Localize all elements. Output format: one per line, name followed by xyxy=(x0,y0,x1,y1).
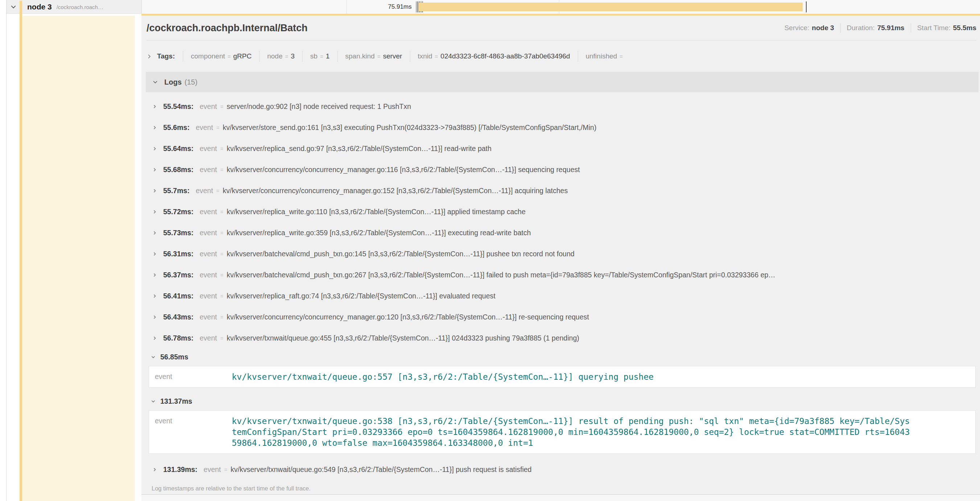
chevron-right-icon xyxy=(152,336,157,340)
log-row[interactable]: 55.73ms: event = kv/kvserver/replica_wri… xyxy=(146,222,978,243)
log-end-tick xyxy=(806,2,807,12)
logs-count: (15) xyxy=(185,78,198,86)
log-row[interactable]: 55.6ms: event = kv/kvserver/store_send.g… xyxy=(146,117,978,138)
equals-sign: = xyxy=(216,124,220,131)
log-message: kv/kvserver/batcheval/cmd_push_txn.go:26… xyxy=(227,271,775,279)
log-message: kv/kvserver/concurrency/concurrency_mana… xyxy=(227,313,589,321)
tag-value: 1 xyxy=(326,52,330,60)
tag-key: unfinished xyxy=(586,52,617,60)
log-timestamp: 131.39ms: xyxy=(163,466,197,474)
log-message: kv/kvserver/replica_write.go:110 [n3,s3,… xyxy=(227,207,525,216)
chevron-down-icon xyxy=(152,79,158,85)
log-message: kv/kvserver/batcheval/cmd_push_txn.go:14… xyxy=(227,250,574,258)
log-timestamp: 55.6ms: xyxy=(163,123,190,132)
timeline-gridline xyxy=(346,0,347,14)
log-row-expanded-toggle[interactable]: 56.85ms xyxy=(146,348,978,365)
span-duration-bar[interactable] xyxy=(418,3,803,11)
span-name-cell[interactable]: node 3 /cockroach.roach… xyxy=(6,0,142,14)
logs-title: Logs xyxy=(164,78,182,86)
log-row[interactable]: 55.7ms: event = kv/kvserver/concurrency/… xyxy=(146,180,978,201)
span-detail-panel: /cockroach.roachpb.Internal/Batch Servic… xyxy=(142,16,980,495)
log-timestamp: 56.78ms: xyxy=(163,334,193,342)
log-key: event xyxy=(199,166,217,174)
span-timeline-row[interactable]: 75.91ms xyxy=(142,0,980,14)
log-message: kv/kvserver/replica_send.go:97 [n3,s3,r6… xyxy=(227,145,492,153)
tags-toggle[interactable]: Tags: component = gRPC node = 3 sb = 1 s… xyxy=(146,41,980,72)
equals-sign: = xyxy=(220,167,223,173)
span-color-stripe xyxy=(19,1,22,501)
log-row[interactable]: 55.64ms: event = kv/kvserver/replica_sen… xyxy=(146,138,978,159)
logs-footer-note: Log timestamps are relative to the start… xyxy=(146,480,978,492)
tag-key: component xyxy=(191,52,225,60)
log-row[interactable]: 56.43ms: event = kv/kvserver/concurrency… xyxy=(146,306,978,327)
start-time-value: 55.5ms xyxy=(953,24,976,32)
chevron-right-icon xyxy=(152,104,157,109)
equals-sign: = xyxy=(285,53,288,59)
log-field-key: event xyxy=(155,416,232,448)
equals-sign: = xyxy=(220,272,223,278)
chevron-right-icon xyxy=(152,146,157,151)
log-message: kv/kvserver/txnwait/queue.go:549 [n3,s3,… xyxy=(231,466,532,474)
log-key: event xyxy=(199,271,217,279)
log-key: event xyxy=(199,292,217,300)
chevron-right-icon xyxy=(152,168,157,172)
chevron-down-icon xyxy=(151,355,156,359)
chevron-right-icon xyxy=(152,273,157,278)
equals-sign: = xyxy=(216,188,220,194)
log-row[interactable]: 55.54ms: event = server/node.go:902 [n3]… xyxy=(146,96,978,117)
span-service-name: node 3 xyxy=(27,3,52,11)
log-message: kv/kvserver/txnwait/queue.go:455 [n3,s3,… xyxy=(227,334,579,342)
logs-toggle[interactable]: Logs (15) xyxy=(146,72,978,92)
equals-sign: = xyxy=(220,104,223,110)
log-message: kv/kvserver/concurrency/concurrency_mana… xyxy=(223,187,568,195)
log-key: event xyxy=(196,187,213,195)
span-meta: Service: node 3 Duration: 75.91ms Start … xyxy=(784,23,976,33)
chevron-right-icon xyxy=(152,209,157,214)
log-list: 55.54ms: event = server/node.go:902 [n3]… xyxy=(146,92,978,492)
tag-value: 3 xyxy=(291,52,295,60)
tags-label: Tags: xyxy=(157,52,175,60)
log-key: event xyxy=(199,102,217,111)
chevron-right-icon xyxy=(152,252,157,256)
tag-value: server xyxy=(383,52,402,60)
log-timestamp: 131.37ms xyxy=(160,397,192,405)
log-row[interactable]: 56.31ms: event = kv/kvserver/batcheval/c… xyxy=(146,243,978,264)
log-timestamp: 55.64ms: xyxy=(163,145,193,153)
log-row[interactable]: 56.78ms: event = kv/kvserver/txnwait/que… xyxy=(146,327,978,348)
log-row[interactable]: 55.72ms: event = kv/kvserver/replica_wri… xyxy=(146,201,978,222)
log-message: kv/kvserver/concurrency/concurrency_mana… xyxy=(227,166,580,174)
log-key: event xyxy=(199,207,217,216)
tag-item: component = gRPC xyxy=(183,51,259,62)
chevron-right-icon xyxy=(152,294,157,298)
chevron-down-icon[interactable] xyxy=(10,4,17,10)
chevron-right-icon xyxy=(152,467,157,472)
log-row[interactable]: 131.39ms: event = kv/kvserver/txnwait/qu… xyxy=(146,459,978,480)
log-row[interactable]: 56.37ms: event = kv/kvserver/batcheval/c… xyxy=(146,264,978,286)
equals-sign: = xyxy=(619,53,623,59)
equals-sign: = xyxy=(220,209,223,215)
chevron-right-icon xyxy=(152,315,157,319)
log-key: event xyxy=(199,250,217,258)
log-row[interactable]: 56.41ms: event = kv/kvserver/replica_raf… xyxy=(146,286,978,306)
service-label: Service: xyxy=(784,24,810,32)
tag-item: unfinished = xyxy=(578,51,633,62)
tag-key: node xyxy=(267,52,283,60)
log-row-expanded-toggle[interactable]: 131.37ms xyxy=(146,393,978,410)
log-timestamp: 55.73ms: xyxy=(163,229,193,237)
tag-item: sb = 1 xyxy=(302,51,337,62)
log-message: kv/kvserver/replica_raft.go:74 [n3,s3,r6… xyxy=(227,292,495,300)
log-event-detail: event kv/kvserver/txnwait/queue.go:557 [… xyxy=(149,366,976,388)
equals-sign: = xyxy=(320,53,323,59)
logs-section: Logs (15) 55.54ms: event = server/node.g… xyxy=(146,72,978,492)
log-row[interactable]: 55.68ms: event = kv/kvserver/concurrency… xyxy=(146,159,978,180)
log-key: event xyxy=(199,229,217,237)
service-value: node 3 xyxy=(812,24,834,32)
log-key: event xyxy=(196,123,213,132)
chevron-right-icon xyxy=(152,231,157,235)
span-duration-label: 75.91ms xyxy=(388,0,412,14)
log-timestamp: 56.85ms xyxy=(160,353,188,361)
log-message: server/node.go:902 [n3] node received re… xyxy=(227,102,411,111)
equals-sign: = xyxy=(228,53,231,59)
log-field-key: event xyxy=(155,372,232,382)
log-timestamp: 55.72ms: xyxy=(163,207,193,216)
